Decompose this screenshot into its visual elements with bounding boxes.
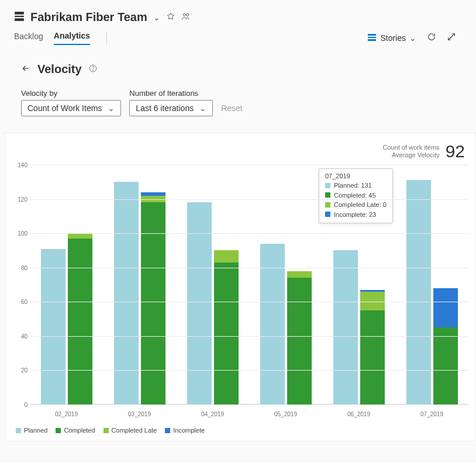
x-label: 06_2019: [322, 411, 395, 417]
velocity-by-select[interactable]: Count of Work Items ⌄: [21, 100, 121, 116]
velocity-by-label: Velocity by: [21, 89, 121, 98]
page-title: Velocity: [37, 63, 82, 76]
velocity-by-value: Count of Work Items: [27, 103, 102, 113]
favorite-star-icon[interactable]: [166, 12, 175, 23]
tab-separator: [106, 32, 107, 44]
chart-legend: Planned Completed Completed Late Incompl…: [8, 427, 473, 434]
svg-point-3: [183, 13, 185, 16]
view-options-stories[interactable]: Stories ⌄: [367, 33, 416, 44]
y-tick: 20: [21, 367, 27, 374]
bar-actual[interactable]: [141, 192, 165, 405]
y-tick: 120: [18, 196, 27, 202]
legend-completed: Completed: [64, 427, 95, 434]
bar-actual[interactable]: [433, 288, 458, 405]
view-options-label: Stories: [380, 33, 406, 43]
velocity-chart[interactable]: 020406080100120140 02_201903_201904_2019…: [12, 165, 468, 422]
velocity-chart-card: Count of work items Average Velocity 92 …: [5, 133, 476, 441]
reset-button[interactable]: Reset: [221, 103, 243, 113]
svg-rect-5: [368, 34, 376, 36]
x-label: 02_2019: [30, 411, 103, 417]
tooltip-late: Completed Late: 0: [334, 200, 387, 210]
tooltip-planned: Planned: 131: [334, 181, 372, 191]
team-chevron-icon[interactable]: ⌄: [153, 13, 160, 22]
svg-rect-7: [368, 39, 376, 41]
team-members-icon[interactable]: [181, 12, 191, 23]
tooltip-completed: Completed: 45: [334, 191, 376, 201]
tab-backlog[interactable]: Backlog: [14, 32, 43, 44]
y-tick: 40: [21, 333, 27, 339]
legend-late: Completed Late: [112, 427, 157, 434]
bar-actual[interactable]: [287, 271, 312, 405]
iterations-label: Number of Iterations: [129, 89, 213, 98]
bar-group[interactable]: 04_2019: [176, 165, 249, 405]
y-tick: 100: [18, 230, 27, 237]
metric-label-1: Count of work items: [382, 144, 439, 151]
help-icon[interactable]: [89, 64, 97, 75]
fullscreen-icon[interactable]: [447, 32, 456, 44]
bar-planned[interactable]: [406, 180, 431, 405]
tab-analytics[interactable]: Analytics: [54, 31, 90, 45]
svg-point-9: [92, 70, 93, 70]
bar-group[interactable]: 05_2019: [249, 165, 322, 405]
chart-tooltip: 07_2019 Planned: 131 Completed: 45 Compl…: [319, 168, 393, 223]
bar-group[interactable]: 03_2019: [103, 165, 176, 405]
bar-actual[interactable]: [360, 290, 385, 405]
x-label: 05_2019: [249, 411, 322, 417]
svg-point-4: [186, 13, 188, 16]
x-label: 04_2019: [176, 411, 249, 417]
legend-planned: Planned: [24, 427, 47, 434]
bar-actual[interactable]: [214, 250, 239, 405]
metric-value: 92: [446, 141, 465, 161]
team-name[interactable]: Fabrikam Fiber Team: [30, 11, 147, 24]
legend-incomplete: Incomplete: [173, 427, 205, 434]
bar-group[interactable]: 02_2019: [30, 165, 103, 405]
bar-group[interactable]: 07_2019: [395, 165, 468, 405]
tooltip-title: 07_2019: [325, 172, 387, 179]
svg-rect-0: [15, 12, 24, 15]
chevron-down-icon: ⌄: [108, 103, 115, 113]
y-tick: 60: [21, 299, 27, 305]
bar-planned[interactable]: [41, 249, 65, 405]
svg-rect-6: [368, 37, 376, 38]
tooltip-incomplete: Incomplete: 23: [334, 210, 376, 220]
metric-label-2: Average Velocity: [392, 151, 440, 159]
svg-rect-1: [15, 15, 24, 16]
bar-planned[interactable]: [333, 250, 358, 405]
y-tick: 80: [21, 264, 27, 271]
x-label: 03_2019: [103, 411, 176, 417]
chevron-down-icon: ⌄: [409, 33, 416, 43]
x-label: 07_2019: [395, 411, 468, 417]
y-tick: 0: [24, 402, 27, 408]
team-icon: [14, 11, 25, 24]
back-arrow-icon[interactable]: [21, 64, 30, 75]
bar-planned[interactable]: [114, 182, 139, 405]
y-tick: 140: [18, 162, 27, 168]
chevron-down-icon: ⌄: [199, 103, 206, 113]
refresh-icon[interactable]: [427, 32, 436, 44]
iterations-select[interactable]: Last 6 iterations ⌄: [129, 100, 213, 116]
svg-rect-2: [15, 18, 24, 21]
bar-actual[interactable]: [68, 233, 92, 405]
iterations-value: Last 6 iterations: [136, 103, 194, 113]
stories-icon: [367, 33, 377, 44]
